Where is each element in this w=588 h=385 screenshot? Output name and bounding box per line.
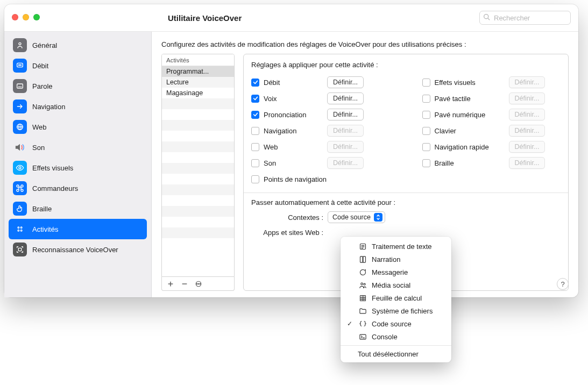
contexts-dropdown[interactable]: Traitement de texteNarrationMessagerieMé… (341, 237, 451, 362)
sidebar-item-label: Commandeurs (32, 184, 78, 192)
sidebar-item-effets-visuels[interactable]: Effets visuels (9, 158, 147, 178)
sidebar-item-braille[interactable]: Braille (9, 198, 147, 219)
minimize-window-button[interactable] (23, 14, 29, 20)
option-checkbox[interactable] (251, 95, 259, 103)
option-row-navigation-rapide: Navigation rapideDéfinir... (422, 139, 561, 155)
sidebar-item-débit[interactable]: Débit (9, 55, 147, 76)
define-button: Définir... (327, 157, 364, 169)
option-label: Clavier (435, 127, 505, 135)
grid-icon (358, 294, 367, 302)
window-controls (12, 14, 40, 20)
sidebar-item-reconnaissance-voiceover[interactable]: Reconnaissance VoiceOver (9, 239, 147, 260)
svg-point-4 (18, 65, 19, 65)
dropdown-item-média-social[interactable]: Média social (341, 279, 451, 291)
option-checkbox[interactable] (251, 143, 259, 151)
sidebar-item-web[interactable]: Web (9, 117, 147, 137)
activities-list[interactable]: Activités Programmat...LectureMagasinage (161, 54, 235, 277)
option-label: Pavé numérique (435, 111, 505, 119)
option-checkbox[interactable] (251, 111, 259, 119)
define-button: Définir... (509, 157, 546, 169)
sidebar-item-label: Débit (32, 62, 48, 70)
option-label: Débit (264, 79, 323, 87)
sidebar-item-label: Effets visuels (32, 164, 73, 172)
titlebar: Utilitaire VoiceOver (4, 4, 578, 31)
add-activity-button[interactable] (164, 279, 177, 289)
deselect-all-item[interactable]: Tout désélectionner (341, 348, 451, 359)
sidebar-item-label: Activités (32, 225, 58, 233)
activity-row[interactable]: Magasinage (162, 88, 234, 98)
define-button: Définir... (509, 92, 546, 104)
activity-row-empty (162, 174, 234, 184)
define-button[interactable]: Définir... (327, 76, 364, 88)
define-button: Définir... (509, 141, 546, 153)
option-row-navigation: NavigationDéfinir... (251, 123, 390, 139)
activity-row-empty (162, 109, 234, 120)
sidebar-item-navigation[interactable]: Navigation (9, 96, 147, 117)
option-checkbox[interactable] (422, 127, 430, 135)
dropdown-item-feuille-de-calcul[interactable]: Feuille de calcul (341, 291, 451, 304)
svg-point-0 (484, 15, 488, 19)
window-title: Utilitaire VoiceOver (168, 13, 242, 23)
sidebar-item-commandeurs[interactable]: Commandeurs (9, 178, 147, 198)
speaker-icon (13, 140, 27, 154)
svg-point-16 (20, 227, 22, 229)
dropdown-item-code-source[interactable]: ✓Code source (341, 317, 451, 330)
define-button[interactable]: Définir... (327, 109, 364, 120)
option-checkbox[interactable] (251, 175, 259, 183)
option-checkbox[interactable] (251, 79, 259, 87)
activities-header: Activités (162, 54, 234, 66)
svg-point-14 (19, 167, 21, 169)
option-label: Navigation rapide (435, 143, 505, 151)
window-body: GénéralDébitParoleNavigationWebSonEffets… (4, 31, 578, 297)
dropdown-separator (341, 345, 451, 346)
option-label: Navigation (264, 127, 323, 135)
svg-line-1 (488, 18, 490, 20)
dropdown-item-console[interactable]: Console (341, 330, 451, 343)
contexts-popup[interactable]: Code source (328, 211, 385, 223)
option-row-points-de-navigation: Points de navigation (251, 171, 390, 187)
dropdown-item-narration[interactable]: Narration (341, 253, 451, 266)
option-row-braille: BrailleDéfinir... (422, 155, 561, 171)
activity-row[interactable]: Lecture (162, 77, 234, 88)
settings-title: Réglages à appliquer pour cette activité… (251, 61, 561, 69)
dropdown-item-système-de-fichiers[interactable]: Système de fichiers (341, 304, 451, 317)
globe-icon (13, 120, 27, 134)
define-button[interactable]: Définir... (327, 92, 364, 104)
dropdown-item-messagerie[interactable]: Messagerie (341, 266, 451, 279)
option-checkbox[interactable] (422, 159, 430, 167)
contexts-row: Contextes : Code source (251, 210, 561, 225)
bubble-icon (358, 268, 367, 276)
sidebar: GénéralDébitParoleNavigationWebSonEffets… (4, 32, 152, 297)
remove-activity-button[interactable] (178, 279, 191, 289)
sidebar-item-son[interactable]: Son (9, 137, 147, 158)
activity-row-empty (162, 238, 234, 249)
option-checkbox[interactable] (251, 127, 259, 135)
option-row-pavé-numérique: Pavé numériqueDéfinir... (422, 106, 561, 123)
search-input[interactable] (479, 11, 571, 25)
svg-rect-38 (359, 334, 365, 339)
close-window-button[interactable] (12, 14, 18, 20)
sidebar-item-général[interactable]: Général (9, 35, 147, 55)
option-checkbox[interactable] (422, 95, 430, 103)
option-label: Web (264, 143, 323, 151)
dropdown-item-label: Narration (372, 255, 400, 263)
option-checkbox[interactable] (251, 159, 259, 167)
option-row-web: WebDéfinir... (251, 139, 390, 155)
folder-icon (358, 307, 367, 315)
zoom-window-button[interactable] (33, 14, 40, 20)
activity-row-empty (162, 152, 234, 163)
sidebar-item-activités[interactable]: Activités (9, 219, 147, 239)
option-checkbox[interactable] (422, 111, 430, 119)
option-checkbox[interactable] (422, 79, 430, 87)
activity-options-button[interactable] (192, 279, 205, 289)
svg-point-31 (360, 283, 363, 285)
sidebar-item-label: Braille (32, 205, 52, 213)
svg-point-6 (20, 65, 21, 65)
activity-row[interactable]: Programmat... (162, 66, 234, 77)
sidebar-item-parole[interactable]: Parole (9, 76, 147, 96)
option-checkbox[interactable] (422, 143, 430, 151)
activity-row-empty (162, 206, 234, 217)
help-button[interactable]: ? (557, 278, 569, 290)
dropdown-item-traitement-de-texte[interactable]: Traitement de texte (341, 240, 451, 253)
option-label: Pavé tactile (435, 95, 505, 103)
